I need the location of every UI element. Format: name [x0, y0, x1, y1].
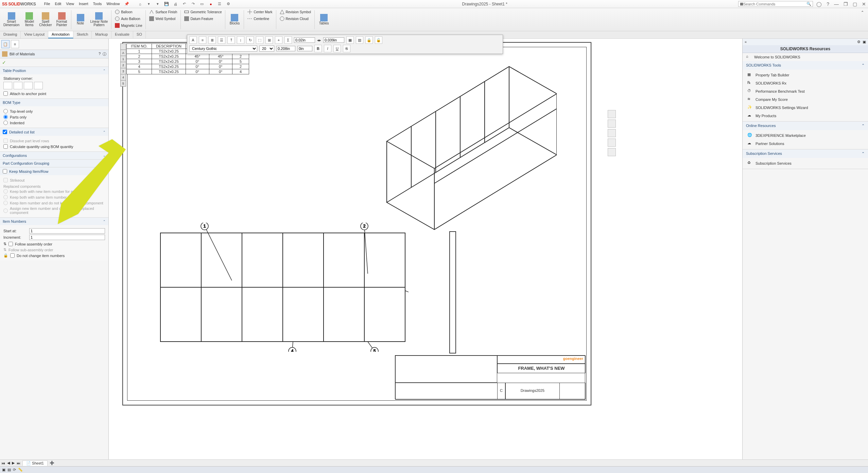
- sb-ruler-icon[interactable]: 📏: [18, 468, 23, 472]
- model-items-button[interactable]: ModelItems: [21, 12, 37, 28]
- tp-tab-view-icon[interactable]: [608, 129, 616, 137]
- section-part-config-grouping[interactable]: Part Configuration Grouping⌄: [0, 160, 108, 167]
- corner-tr-button[interactable]: [14, 82, 22, 89]
- help-icon[interactable]: ?: [827, 1, 829, 7]
- partsonly-radio[interactable]: [3, 115, 8, 119]
- startat-input[interactable]: [29, 228, 105, 234]
- print-icon[interactable]: 🖨: [173, 1, 178, 7]
- pm-help-icon[interactable]: ?: [99, 52, 101, 57]
- sheet-tab-1[interactable]: 📄 Sheet1: [22, 460, 48, 466]
- tp-tab-home-icon[interactable]: [608, 110, 616, 118]
- tp-gear-icon[interactable]: ⚙: [857, 40, 861, 44]
- user-icon[interactable]: ◯: [816, 1, 822, 7]
- calcqty-checkbox[interactable]: [3, 144, 8, 149]
- menu-insert[interactable]: Insert: [79, 2, 88, 6]
- search-input[interactable]: [743, 2, 806, 6]
- tp-tool-settings[interactable]: ✨SOLIDWORKS Settings Wizard: [744, 104, 867, 112]
- drawing-sheet[interactable]: 1 2 3 4 5 goengineer FRAME, WHAT'S NEW C…: [122, 42, 591, 405]
- revision-cloud-button[interactable]: Revision Cloud: [278, 16, 313, 22]
- menu-window[interactable]: Window: [106, 2, 120, 6]
- attach-anchor-checkbox[interactable]: [3, 91, 8, 96]
- geometric-tolerance-button[interactable]: Geometric Tolerance: [182, 9, 224, 15]
- minimize-icon[interactable]: —: [834, 1, 839, 7]
- tp-tab-lib-icon[interactable]: [608, 120, 616, 128]
- ft-lock-icon[interactable]: 🔒: [365, 36, 373, 44]
- menu-edit[interactable]: Edit: [55, 2, 61, 6]
- ft-mm-input[interactable]: [276, 46, 295, 51]
- tp-close-icon[interactable]: ▣: [863, 40, 866, 44]
- home-icon[interactable]: ⌂: [137, 1, 143, 7]
- tp-online-head[interactable]: Online Resources⌃: [743, 122, 868, 130]
- center-mark-button[interactable]: Center Mark: [245, 9, 274, 15]
- tables-button[interactable]: Tables: [316, 9, 332, 30]
- open-icon[interactable]: ▾: [155, 1, 160, 7]
- menu-file[interactable]: File: [44, 2, 50, 6]
- nav-prev-icon[interactable]: ◀: [7, 461, 10, 465]
- ft-unlock-icon[interactable]: 🔓: [375, 36, 382, 44]
- tp-tool-products[interactable]: ☁My Products: [744, 112, 867, 120]
- ft-table-icon[interactable]: ▦: [346, 36, 354, 44]
- sb-layers-icon[interactable]: ▤: [7, 468, 11, 472]
- search-commands[interactable]: ▦ 🔍: [738, 1, 813, 7]
- tp-tab-appear-icon[interactable]: [608, 139, 616, 147]
- title-block[interactable]: goengineer FRAME, WHAT'S NEW C Drawings2…: [395, 355, 585, 399]
- linear-note-pattern-button[interactable]: Linear NotePattern: [88, 12, 110, 28]
- bom-hdr-item[interactable]: ITEM NO.: [127, 44, 152, 49]
- search-icon[interactable]: 🔍: [806, 2, 811, 6]
- increment-input[interactable]: [29, 235, 105, 240]
- ft-align-right-icon[interactable]: ☰: [218, 36, 225, 44]
- ft-rowheight-input[interactable]: [323, 37, 344, 43]
- tp-tools-head[interactable]: SOLIDWORKS Tools⌃: [743, 61, 868, 70]
- table-row-headers[interactable]: A12345: [120, 43, 126, 87]
- tp-online-marketplace[interactable]: 🌐3DEXPERIENCE Marketplace: [744, 131, 867, 140]
- section-bom-type[interactable]: BOM Type: [0, 99, 108, 106]
- pm-tab-feature-icon[interactable]: 📋: [1, 40, 10, 48]
- cutlist-checkbox[interactable]: [3, 130, 7, 134]
- maximize-icon[interactable]: ▢: [853, 1, 857, 7]
- redo-icon[interactable]: ↷: [190, 1, 196, 7]
- keepmissing-checkbox[interactable]: [3, 169, 7, 174]
- bom-hdr-desc[interactable]: DESCRIPTION: [152, 44, 186, 49]
- menu-tools[interactable]: Tools: [93, 2, 102, 6]
- close-icon[interactable]: ✕: [862, 1, 866, 7]
- select-icon[interactable]: ▭: [199, 1, 205, 7]
- ft-thk-input[interactable]: [297, 46, 312, 51]
- ft-rotate-icon[interactable]: ↻: [246, 36, 254, 44]
- tp-online-partner[interactable]: ☁Partner Solutions: [744, 140, 867, 148]
- auto-balloon-button[interactable]: Auto Balloon: [113, 16, 144, 22]
- magnetic-line-button[interactable]: Magnetic Line: [113, 22, 144, 29]
- section-keep-missing[interactable]: Keep Missing Item/Row⌃: [0, 167, 108, 175]
- followasm-checkbox[interactable]: [8, 242, 13, 246]
- pm-ok-button[interactable]: ✓: [2, 60, 6, 65]
- table-format-toolbar[interactable]: A ≡ ≣ ☰ ⤒ ↕ ↻ ⬚ ⊞ + Σ ◂▸ ▦ ▥ 🔒 🔓 Century…: [187, 35, 503, 54]
- blocks-button[interactable]: Blocks: [227, 9, 242, 30]
- tp-welcome[interactable]: ⌂Welcome to SOLIDWORKS: [743, 53, 868, 61]
- sb-rebuild-icon[interactable]: ⟳: [13, 468, 16, 472]
- revision-symbol-button[interactable]: Revision Symbol: [278, 9, 313, 15]
- toplevel-radio[interactable]: [3, 109, 8, 113]
- donotchange-checkbox[interactable]: [10, 253, 15, 258]
- ft-align-center-icon[interactable]: ≣: [208, 36, 216, 44]
- ft-select-icon[interactable]: A: [189, 36, 197, 44]
- tab-evaluate[interactable]: Evaluate: [111, 31, 133, 38]
- ft-bold-button[interactable]: B: [314, 45, 322, 52]
- tp-tool-compare[interactable]: ≋Compare My Score: [744, 95, 867, 104]
- ft-border-icon[interactable]: ▥: [356, 36, 363, 44]
- undo-icon[interactable]: ↶: [181, 1, 187, 7]
- section-detailed-cutlist[interactable]: Detailed cut list⌃: [0, 128, 108, 136]
- tab-so[interactable]: SO: [133, 31, 146, 38]
- centerline-button[interactable]: Centerline: [245, 16, 274, 22]
- ft-valign-top-icon[interactable]: ⤒: [227, 36, 235, 44]
- balloon-button[interactable]: Balloon: [113, 9, 144, 15]
- tab-drawing[interactable]: Drawing: [0, 31, 21, 38]
- restore-icon[interactable]: ❐: [844, 1, 848, 7]
- corner-tl-button[interactable]: [3, 82, 12, 89]
- new-icon[interactable]: ▾: [146, 1, 152, 7]
- section-table-position[interactable]: Table Position⌃: [0, 67, 108, 74]
- tab-view-layout[interactable]: View Layout: [21, 31, 48, 38]
- menu-pin-icon[interactable]: 📌: [124, 2, 129, 6]
- ft-colwidth-input[interactable]: [294, 37, 315, 43]
- tab-sketch[interactable]: Sketch: [73, 31, 92, 38]
- datum-feature-button[interactable]: Datum Feature: [182, 16, 224, 22]
- ft-size-select[interactable]: 20: [259, 46, 274, 52]
